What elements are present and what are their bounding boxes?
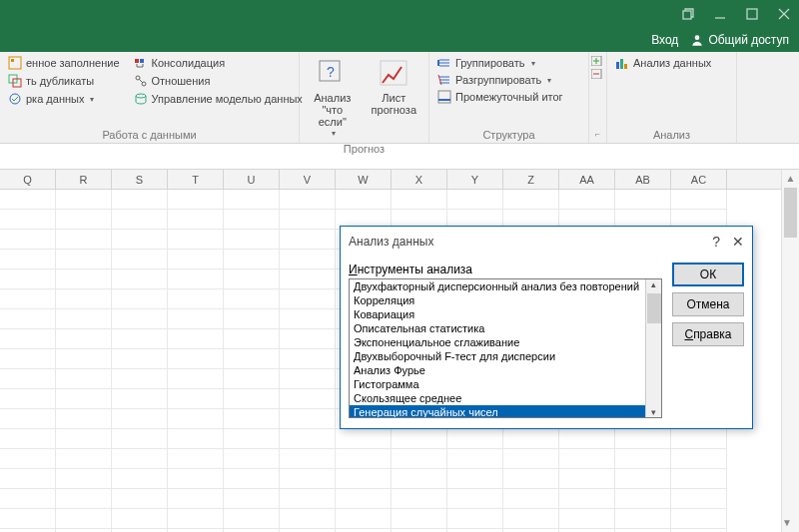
grid-cell[interactable] (56, 449, 112, 469)
grid-cell[interactable] (280, 369, 336, 389)
grid-cell[interactable] (559, 429, 615, 449)
grid-cell[interactable] (0, 269, 56, 289)
grid-cell[interactable] (56, 349, 112, 369)
grid-cell[interactable] (112, 329, 168, 349)
scroll-down-icon[interactable]: ▼ (782, 514, 792, 532)
grid-cell[interactable] (0, 250, 56, 269)
list-item[interactable]: Гистограмма (350, 377, 645, 391)
grid-cell[interactable] (280, 409, 336, 429)
grid-cell[interactable] (168, 329, 224, 349)
window-restore-icon[interactable] (745, 7, 759, 21)
grid-cell[interactable] (56, 309, 112, 329)
grid-cell[interactable] (392, 190, 447, 210)
column-header[interactable]: X (392, 170, 447, 189)
grid-cell[interactable] (559, 489, 615, 509)
grid-cell[interactable] (56, 429, 112, 449)
grid-cell[interactable] (56, 329, 112, 349)
grid-cell[interactable] (224, 389, 280, 409)
relations-button[interactable]: Отношения (134, 74, 303, 88)
grid-cell[interactable] (224, 250, 280, 269)
grid-cell[interactable] (615, 429, 671, 449)
grid-cell[interactable] (224, 289, 280, 309)
grid-cell[interactable] (280, 449, 336, 469)
list-item[interactable]: Ковариация (350, 307, 645, 321)
dialog-launcher-icon[interactable]: ⌐ (591, 129, 604, 139)
grid-cell[interactable] (0, 369, 56, 389)
grid-cell[interactable] (0, 210, 56, 230)
column-header[interactable]: Z (503, 170, 559, 189)
ungroup-rows-button[interactable]: Разгруппировать▾ (437, 73, 580, 87)
grid-cell[interactable] (0, 469, 56, 489)
grid-cell[interactable] (615, 489, 671, 509)
data-model-button[interactable]: Управление моделью данных (134, 92, 303, 106)
grid-cell[interactable] (224, 469, 280, 489)
window-minimize-icon[interactable] (713, 7, 727, 21)
grid-cell[interactable] (671, 429, 727, 449)
grid-cell[interactable] (447, 469, 503, 489)
subtotal-button[interactable]: Промежуточный итог (437, 90, 580, 104)
column-header[interactable]: Y (447, 170, 503, 189)
grid-cell[interactable] (447, 190, 503, 210)
grid-cell[interactable] (336, 509, 392, 529)
grid-cell[interactable] (336, 429, 392, 449)
list-item[interactable]: Описательная статистика (350, 321, 645, 335)
grid-cell[interactable] (392, 469, 447, 489)
grid-cell[interactable] (168, 369, 224, 389)
grid-cell[interactable] (615, 190, 671, 210)
grid-cell[interactable] (112, 349, 168, 369)
grid-cell[interactable] (503, 449, 559, 469)
grid-cell[interactable] (112, 369, 168, 389)
grid-cell[interactable] (0, 389, 56, 409)
column-header[interactable]: U (224, 170, 280, 189)
grid-cell[interactable] (559, 190, 615, 210)
grid-cell[interactable] (112, 509, 168, 529)
grid-cell[interactable] (392, 489, 447, 509)
group-rows-button[interactable]: Группировать▾ (437, 56, 580, 70)
column-header[interactable]: Q (0, 170, 56, 189)
share-button[interactable]: Общий доступ (690, 33, 789, 47)
list-item[interactable]: Скользящее среднее (350, 391, 645, 405)
grid-cell[interactable] (0, 289, 56, 309)
grid-cell[interactable] (224, 190, 280, 210)
scroll-down-icon[interactable]: ▾ (651, 407, 656, 417)
grid-cell[interactable] (112, 429, 168, 449)
grid-cell[interactable] (112, 269, 168, 289)
grid-cell[interactable] (168, 230, 224, 250)
grid-cell[interactable] (56, 289, 112, 309)
list-item[interactable]: Двухфакторный дисперсионный анализ без п… (350, 279, 645, 293)
whatif-button[interactable]: ? Анализ "что если" ▾ (308, 56, 358, 141)
scroll-thumb[interactable] (647, 293, 661, 323)
hide-detail-button[interactable] (591, 69, 604, 79)
column-header[interactable]: T (168, 170, 224, 189)
grid-cell[interactable] (447, 509, 503, 529)
grid-cell[interactable] (671, 190, 727, 210)
grid-cell[interactable] (112, 389, 168, 409)
grid-cell[interactable] (168, 429, 224, 449)
grid-cell[interactable] (224, 449, 280, 469)
data-validation-button[interactable]: рка данных▾ (8, 92, 120, 106)
grid-cell[interactable] (112, 250, 168, 269)
flash-fill-button[interactable]: енное заполнение (8, 56, 120, 70)
list-item[interactable]: Корреляция (350, 293, 645, 307)
grid-cell[interactable] (112, 230, 168, 250)
grid-cell[interactable] (224, 349, 280, 369)
grid-cell[interactable] (0, 349, 56, 369)
grid-cell[interactable] (56, 509, 112, 529)
grid-cell[interactable] (447, 489, 503, 509)
grid-cell[interactable] (671, 449, 727, 469)
column-header[interactable]: AA (559, 170, 615, 189)
grid-cell[interactable] (112, 190, 168, 210)
grid-cell[interactable] (503, 469, 559, 489)
list-item[interactable]: Двухвыборочный F-тест для дисперсии (350, 349, 645, 363)
grid-cell[interactable] (0, 509, 56, 529)
grid-cell[interactable] (224, 329, 280, 349)
grid-cell[interactable] (56, 190, 112, 210)
scroll-up-icon[interactable]: ▲ (782, 170, 799, 188)
grid-cell[interactable] (168, 190, 224, 210)
grid-cell[interactable] (615, 449, 671, 469)
grid-cell[interactable] (280, 269, 336, 289)
grid-cell[interactable] (224, 210, 280, 230)
grid-cell[interactable] (336, 469, 392, 489)
column-header[interactable]: R (56, 170, 112, 189)
grid-cell[interactable] (559, 469, 615, 489)
